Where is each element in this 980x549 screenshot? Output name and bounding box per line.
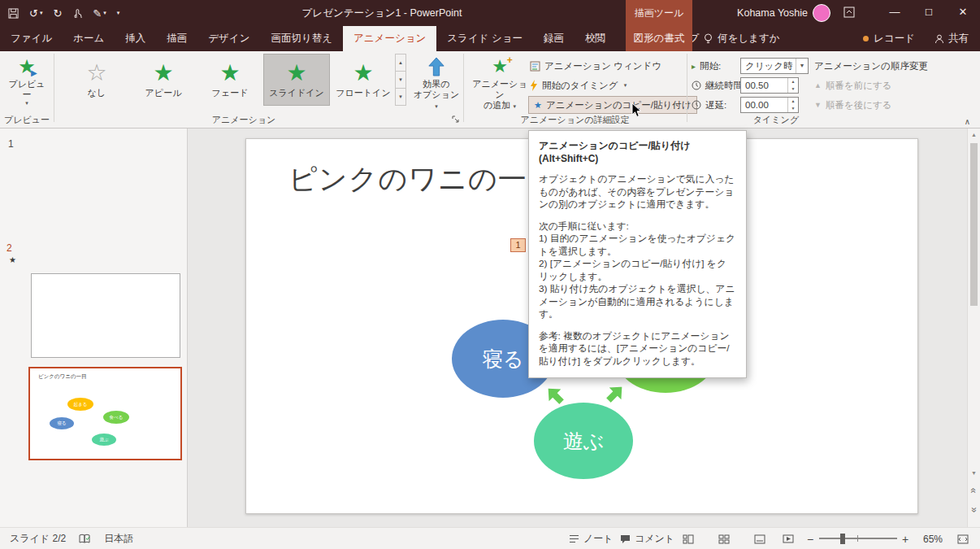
- spin-up-icon[interactable]: ▲: [788, 98, 798, 105]
- tab-record[interactable]: 録画: [533, 26, 575, 51]
- scroll-down-icon[interactable]: ▼: [968, 470, 980, 476]
- animation-none[interactable]: ☆ なし: [63, 54, 130, 106]
- animation-appear[interactable]: ★ アピール: [130, 54, 197, 106]
- group-label-animation: アニメーション: [163, 114, 325, 126]
- animation-painter-button[interactable]: ★ アニメーションのコピー/貼り付け: [528, 96, 697, 114]
- trigger-button[interactable]: 開始のタイミング ▾: [530, 76, 627, 94]
- fit-to-window-button[interactable]: [957, 528, 969, 549]
- scroll-up-icon[interactable]: ▲: [968, 132, 980, 137]
- tab-design[interactable]: デザイン: [197, 26, 260, 51]
- zoom-track[interactable]: [819, 538, 897, 539]
- group-label-advanced-animation: アニメーションの詳細設定: [463, 114, 687, 126]
- gallery-down-button[interactable]: ▼: [395, 72, 406, 89]
- slide-1-thumbnail[interactable]: [31, 273, 180, 358]
- maximize-button[interactable]: ☐: [912, 0, 946, 26]
- tooltip-animation-painter: アニメーションのコピー/貼り付け (Alt+Shift+C) オブジェクトのアニ…: [528, 130, 747, 378]
- animation-painter-icon: ★: [534, 100, 542, 111]
- down-triangle-icon: ▼: [814, 101, 822, 109]
- delay-label: 遅延:: [705, 99, 726, 111]
- avatar[interactable]: [813, 4, 830, 22]
- share-button[interactable]: 共有: [934, 32, 969, 46]
- spellcheck-icon[interactable]: [79, 534, 91, 544]
- animation-fade[interactable]: ★ フェード: [197, 54, 263, 106]
- slide-title[interactable]: ピンクのワニの一日: [288, 160, 557, 198]
- reorder-animation-label: アニメーションの順序変更: [814, 57, 928, 75]
- previous-slide-button[interactable]: «: [968, 485, 980, 496]
- gallery-up-button[interactable]: ▲: [395, 54, 406, 72]
- notes-button[interactable]: ノート: [569, 528, 614, 549]
- slideshow-icon: [783, 534, 794, 544]
- ribbon-display-icon: [843, 7, 855, 18]
- slide-counter[interactable]: スライド 2/2: [10, 532, 66, 546]
- animation-pane-button[interactable]: アニメーション ウィンドウ: [530, 57, 661, 75]
- tab-home[interactable]: ホーム: [63, 26, 115, 51]
- tab-shape-format[interactable]: 図形の書式: [626, 26, 692, 51]
- language-indicator[interactable]: 日本語: [104, 532, 133, 546]
- tab-slideshow[interactable]: スライド ショー: [436, 26, 533, 51]
- effect-options-button[interactable]: 効果の オプション ▾: [411, 54, 462, 111]
- thumbnail-slide-title: ピンクのワニの一日: [38, 373, 87, 381]
- titlebar: ↺▾ ↻ ✎▾ ▾ プレゼンテーション1 - PowerPoint 描画ツール …: [0, 0, 980, 26]
- start-combobox[interactable]: クリック時 ▼: [740, 58, 809, 74]
- spin-down-icon[interactable]: ▼: [788, 85, 798, 93]
- reading-view-button[interactable]: [754, 528, 765, 549]
- comments-button[interactable]: コメント: [620, 528, 674, 549]
- comment-icon: [620, 534, 631, 544]
- move-later-button[interactable]: ▼ 順番を後にする: [814, 96, 892, 114]
- account-name[interactable]: Kohama Yoshie: [737, 0, 808, 26]
- delay-spinner[interactable]: 00.00 ▲▼: [740, 97, 799, 113]
- slide-sorter-view-button[interactable]: [718, 528, 730, 549]
- spin-down-icon[interactable]: ▼: [788, 105, 798, 112]
- duration-spinner[interactable]: 00.50 ▲▼: [740, 77, 799, 94]
- animation-slide-in[interactable]: ★ スライドイン: [263, 54, 330, 106]
- star-icon: ★: [153, 61, 173, 85]
- tab-animations[interactable]: アニメーション: [343, 26, 436, 51]
- delay-value: 00.00: [741, 98, 787, 112]
- spin-up-icon[interactable]: ▲: [788, 78, 798, 85]
- slideshow-view-button[interactable]: [783, 528, 794, 549]
- tooltip-step-3: 3) 貼り付け先のオブジェクトを選択し、アニメーションが自動的に適用されるように…: [539, 283, 736, 321]
- tab-transitions[interactable]: 画面切り替え: [260, 26, 343, 51]
- dialog-launcher-icon[interactable]: [452, 114, 459, 125]
- tab-file[interactable]: ファイル: [0, 26, 63, 51]
- tell-me-box[interactable]: 何をしますか: [704, 26, 779, 51]
- zoom-percentage[interactable]: 65%: [923, 528, 943, 549]
- normal-view-button[interactable]: [683, 528, 694, 549]
- zoom-slider[interactable]: [819, 528, 897, 549]
- statusbar: スライド 2/2 日本語 ノート コメント − +: [0, 527, 980, 549]
- collapse-ribbon-button[interactable]: ∧: [965, 117, 970, 126]
- tell-me-label: 何をしますか: [718, 26, 779, 51]
- slide-2-thumbnail[interactable]: ピンクのワニの一日 起きる 食べる 寝る 遊ぶ: [28, 367, 182, 460]
- minimize-button[interactable]: —: [878, 0, 912, 26]
- tab-draw[interactable]: 描画: [156, 26, 197, 51]
- reading-view-icon: [754, 534, 765, 544]
- curve-arrow-icon[interactable]: [601, 378, 631, 408]
- next-slide-button[interactable]: «: [968, 504, 980, 516]
- tooltip-note: 参考: 複数のオブジェクトにアニメーションを適用するには、[アニメーションのコピ…: [539, 330, 736, 368]
- chevron-down-icon: ▾: [435, 103, 438, 109]
- tab-review[interactable]: 校閲: [575, 26, 616, 51]
- chevron-down-icon: ▼: [796, 59, 808, 73]
- animation-gallery: ☆ なし ★ アピール ★ フェード ★ スライドイン ★ フロートイン: [63, 54, 397, 106]
- group-label-preview: プレビュー: [0, 114, 54, 126]
- chevron-down-icon: ▾: [513, 103, 516, 109]
- animation-number-tag[interactable]: 1: [510, 238, 526, 252]
- preview-button[interactable]: ★ ▶ プレビュー ▾: [4, 54, 50, 107]
- vertical-scrollbar[interactable]: ▲ ▼ « «: [967, 129, 980, 527]
- animation-float-in[interactable]: ★ フロートイン: [330, 54, 397, 106]
- star-icon: ★: [286, 61, 306, 85]
- move-earlier-button[interactable]: ▲ 順番を前にする: [814, 76, 892, 94]
- powerpoint-window: ↺▾ ↻ ✎▾ ▾ プレゼンテーション1 - PowerPoint 描画ツール …: [0, 0, 980, 549]
- add-animation-button[interactable]: ★ + アニメーション の追加 ▾: [471, 54, 528, 111]
- shape-asobu[interactable]: 遊ぶ: [534, 403, 633, 479]
- scrollbar-thumb[interactable]: [970, 143, 978, 306]
- ribbon-display-options-button[interactable]: [843, 7, 855, 20]
- close-button[interactable]: ✕: [946, 0, 980, 26]
- zoom-thumb[interactable]: [840, 534, 845, 544]
- tooltip-steps-heading: 次の手順に従います:: [539, 220, 736, 233]
- tab-insert[interactable]: 挿入: [115, 26, 156, 51]
- zoom-out-button[interactable]: −: [807, 528, 813, 549]
- zoom-in-button[interactable]: +: [902, 528, 908, 549]
- gallery-more-button[interactable]: ▼: [395, 89, 406, 106]
- record-button[interactable]: レコード: [863, 32, 915, 46]
